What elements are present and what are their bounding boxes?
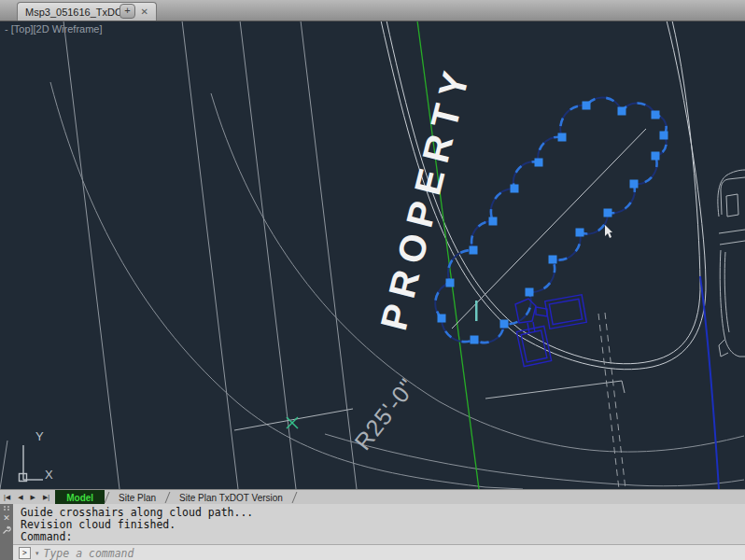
file-tab[interactable]: Msp3_051616_TxDOT* ✕: [17, 2, 157, 21]
first-tab-icon[interactable]: |◀: [2, 494, 12, 501]
tab-divider: [291, 492, 297, 503]
command-window: ✕ Guide crosshairs along cloud path... R…: [0, 504, 745, 560]
layout-tab-nav: |◀ ◀ ▶ ▶|: [0, 490, 53, 505]
revision-cloud[interactable]: [435, 98, 668, 344]
next-tab-icon[interactable]: ▶: [29, 494, 37, 501]
cloud-grip[interactable]: [660, 132, 668, 140]
command-input-row[interactable]: > ▾ Type a command: [13, 544, 745, 560]
cloud-grip[interactable]: [583, 102, 591, 110]
diagonal-leader-line: [452, 129, 646, 329]
blue-polyline: [700, 276, 719, 489]
prev-tab-icon[interactable]: ◀: [16, 494, 24, 501]
viewport-controls-label[interactable]: - [Top][2D Wireframe]: [5, 23, 103, 35]
crosshair-cursor: [475, 301, 478, 321]
last-tab-icon[interactable]: ▶|: [41, 494, 51, 501]
wrench-icon[interactable]: [2, 525, 11, 535]
model-space-canvas[interactable]: PROPERTY R25'-0" Y X - [Top][2D Wirefram…: [0, 0, 745, 489]
cloud-grip[interactable]: [618, 107, 626, 116]
right-structure-outline: [718, 170, 745, 357]
cloud-grip[interactable]: [558, 133, 567, 142]
command-window-gutter[interactable]: ✕: [0, 504, 13, 560]
cloud-grip[interactable]: [511, 185, 519, 193]
new-tab-button[interactable]: +: [119, 4, 135, 19]
ucs-icon: Y X: [20, 429, 54, 482]
cloud-grip[interactable]: [535, 159, 543, 167]
tab-model[interactable]: Model: [55, 490, 105, 505]
close-icon[interactable]: ✕: [141, 7, 148, 17]
tab-site-plan[interactable]: Site Plan: [109, 490, 165, 505]
drag-handle-icon[interactable]: [3, 506, 10, 511]
cloud-grip[interactable]: [489, 217, 498, 226]
dashed-utility-lines: [598, 313, 626, 489]
property-text: PROPERTY: [372, 60, 478, 334]
survey-lines: [0, 21, 357, 489]
command-history-line: Command:: [21, 531, 745, 543]
cloud-grip[interactable]: [576, 229, 584, 237]
file-tab-title: Msp3_051616_TxDOT*: [25, 7, 134, 18]
radius-dimension-text: R25'-0": [349, 373, 421, 455]
cloud-grip[interactable]: [471, 336, 479, 344]
cloud-grip[interactable]: [652, 111, 660, 119]
cloud-grip[interactable]: [470, 246, 478, 255]
command-history: Guide crosshairs along cloud path... Rev…: [13, 504, 745, 546]
tab-site-plan-txdot-version[interactable]: Site Plan TxDOT Version: [170, 490, 292, 505]
cloud-grip[interactable]: [604, 209, 612, 217]
layout-tab-bar: |◀ ◀ ▶ ▶| Model Site Plan Site Plan TxDO…: [0, 489, 745, 505]
revision-cloud-dashes: [435, 98, 666, 343]
command-prompt-icon: >: [19, 547, 31, 559]
close-command-icon[interactable]: ✕: [3, 514, 10, 523]
cloud-grip[interactable]: [630, 180, 639, 189]
mouse-arrow-cursor: [605, 225, 612, 238]
command-history-line: Revision cloud finished.: [21, 519, 745, 531]
cloud-grip[interactable]: [438, 315, 446, 323]
cloud-grip[interactable]: [500, 320, 509, 329]
chevron-down-icon[interactable]: ▾: [35, 550, 39, 557]
command-input-placeholder[interactable]: Type a command: [44, 547, 134, 560]
cloud-grip[interactable]: [446, 279, 455, 287]
ucs-x-label: X: [45, 468, 53, 482]
ucs-y-label: Y: [35, 429, 44, 443]
cloud-grip[interactable]: [652, 152, 660, 161]
file-tab-bar: Msp3_051616_TxDOT* ✕ +: [0, 0, 745, 21]
revision-cloud-path[interactable]: [435, 98, 666, 343]
drawing-svg: PROPERTY R25'-0" Y X: [0, 0, 745, 489]
cloud-grip[interactable]: [549, 256, 557, 264]
cloud-grip[interactable]: [526, 288, 534, 297]
